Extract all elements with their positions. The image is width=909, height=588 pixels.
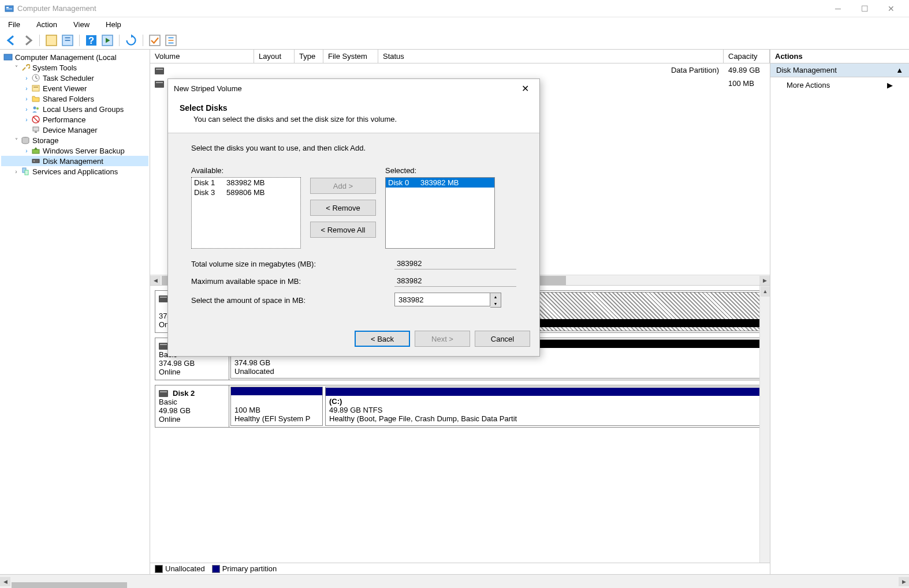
partition-label: (C:) bbox=[329, 397, 759, 406]
svg-rect-27 bbox=[32, 159, 39, 163]
tree-system-tools[interactable]: ˅ System Tools bbox=[1, 62, 148, 73]
tree-task-scheduler[interactable]: › Task Scheduler bbox=[1, 73, 148, 83]
menu-help[interactable]: Help bbox=[102, 19, 125, 30]
col-status[interactable]: Status bbox=[378, 50, 724, 63]
expand-icon[interactable]: › bbox=[12, 168, 21, 175]
back-button[interactable]: < Back bbox=[355, 331, 410, 347]
partition-efi[interactable]: 100 MB Healthy (EFI System P bbox=[230, 387, 323, 426]
tree-label: Task Scheduler bbox=[43, 74, 94, 83]
remove-all-button[interactable]: < Remove All bbox=[310, 222, 376, 238]
amount-spinner: ▲ ▼ bbox=[394, 293, 501, 308]
col-layout[interactable]: Layout bbox=[254, 50, 295, 63]
tree-ws-backup[interactable]: › Windows Server Backup bbox=[1, 145, 148, 156]
expand-icon[interactable]: › bbox=[22, 96, 31, 102]
check-button[interactable] bbox=[148, 33, 162, 47]
dialog-close-button[interactable]: ✕ bbox=[516, 80, 534, 96]
tree-label: Event Viewer bbox=[43, 84, 87, 93]
actions-more[interactable]: More Actions ▶ bbox=[770, 77, 909, 93]
selected-list[interactable]: Disk 0 383982 MB bbox=[385, 177, 495, 249]
action-button[interactable] bbox=[100, 33, 114, 47]
disk-vscroll[interactable]: ▲ bbox=[759, 286, 770, 563]
partition-state: Healthy (Boot, Page File, Crash Dump, Ba… bbox=[329, 414, 759, 423]
tools-icon bbox=[21, 63, 30, 72]
collapse-icon[interactable]: ˅ bbox=[12, 65, 21, 71]
partition-state: Healthy (EFI System P bbox=[234, 414, 319, 423]
tree-disk-management[interactable]: Disk Management bbox=[1, 156, 148, 166]
forward-button[interactable] bbox=[21, 33, 35, 47]
tree-performance[interactable]: › Performance bbox=[1, 114, 148, 125]
list-item[interactable]: Disk 0 383982 MB bbox=[386, 178, 494, 188]
maximize-button[interactable]: ☐ bbox=[851, 0, 878, 17]
scroll-up-icon[interactable]: ▲ bbox=[761, 286, 770, 297]
tree-shared-folders[interactable]: › Shared Folders bbox=[1, 93, 148, 104]
disk-info: Disk 2 Basic 49.98 GB Online bbox=[155, 385, 229, 427]
tree-local-users[interactable]: › Local Users and Groups bbox=[1, 104, 148, 114]
col-volume[interactable]: Volume bbox=[150, 50, 254, 63]
disk-row[interactable]: Disk 2 Basic 49.98 GB Online 100 MB Heal… bbox=[155, 385, 765, 428]
spin-down-button[interactable]: ▼ bbox=[490, 300, 501, 307]
show-hide-tree-button[interactable] bbox=[44, 33, 58, 47]
svg-rect-15 bbox=[4, 54, 12, 60]
disk-size: 49.98 GB bbox=[159, 406, 225, 415]
menu-view[interactable]: View bbox=[70, 19, 93, 30]
remove-button[interactable]: < Remove bbox=[310, 200, 376, 216]
cancel-button[interactable]: Cancel bbox=[475, 331, 530, 347]
close-button[interactable]: ✕ bbox=[878, 0, 904, 17]
volume-row[interactable]: Data Partition) 49.89 GB bbox=[150, 63, 770, 77]
actions-section[interactable]: Disk Management ▲ bbox=[770, 63, 909, 77]
back-button[interactable] bbox=[5, 33, 18, 47]
expand-icon[interactable]: › bbox=[22, 148, 31, 154]
scroll-right-icon[interactable]: ▶ bbox=[899, 577, 909, 586]
scroll-left-icon[interactable]: ◀ bbox=[150, 276, 161, 285]
tree-root[interactable]: Computer Management (Local bbox=[1, 52, 148, 62]
scroll-thumb[interactable] bbox=[12, 582, 127, 589]
list-item[interactable]: Disk 3 589806 MB bbox=[192, 188, 300, 197]
tree-services-apps[interactable]: › Services and Applications bbox=[1, 166, 148, 177]
collapse-icon: ▲ bbox=[896, 66, 903, 74]
col-capacity[interactable]: Capacity bbox=[724, 50, 770, 63]
legend: Unallocated Primary partition bbox=[150, 563, 770, 574]
amount-input[interactable] bbox=[394, 293, 490, 306]
refresh-button[interactable] bbox=[124, 33, 138, 47]
available-label: Available: bbox=[191, 166, 301, 175]
expand-icon[interactable]: › bbox=[22, 106, 31, 113]
total-label: Total volume size in megabytes (MB): bbox=[191, 260, 394, 268]
col-file-system[interactable]: File System bbox=[323, 50, 378, 63]
add-button[interactable]: Add > bbox=[310, 178, 376, 194]
list-item[interactable]: Disk 1 383982 MB bbox=[192, 178, 300, 188]
svg-rect-17 bbox=[32, 85, 39, 91]
expand-icon[interactable]: › bbox=[22, 85, 31, 92]
scroll-right-icon[interactable]: ▶ bbox=[759, 276, 770, 285]
tree-event-viewer[interactable]: › Event Viewer bbox=[1, 83, 148, 93]
tree-label: Performance bbox=[43, 115, 85, 124]
next-button[interactable]: Next > bbox=[415, 331, 470, 347]
spin-up-button[interactable]: ▲ bbox=[490, 293, 501, 300]
partition-c[interactable]: (C:) 49.89 GB NTFS Healthy (Boot, Page F… bbox=[325, 387, 763, 426]
actions-header: Actions bbox=[770, 50, 909, 63]
settings-button[interactable] bbox=[164, 33, 178, 47]
svg-rect-3 bbox=[46, 35, 57, 46]
menu-action[interactable]: Action bbox=[33, 19, 61, 30]
help-button[interactable]: ? bbox=[84, 33, 98, 47]
svg-rect-10 bbox=[150, 35, 160, 46]
expand-icon[interactable]: › bbox=[22, 117, 31, 123]
collapse-icon[interactable]: ˅ bbox=[12, 137, 21, 144]
disk-mgmt-icon bbox=[31, 156, 40, 166]
legend-swatch-black bbox=[155, 565, 163, 573]
minimize-button[interactable]: ─ bbox=[825, 0, 851, 17]
svg-rect-23 bbox=[33, 127, 39, 131]
disk-name: Disk 1 bbox=[194, 178, 226, 187]
legend-swatch-blue bbox=[212, 565, 220, 573]
bottom-scrollbar[interactable]: ◀ ▶ bbox=[0, 574, 909, 588]
svg-line-22 bbox=[33, 117, 39, 122]
tree-storage[interactable]: ˅ Storage bbox=[1, 135, 148, 145]
tree-device-manager[interactable]: Device Manager bbox=[1, 125, 148, 135]
disk-name: Disk 3 bbox=[194, 188, 226, 197]
expand-icon[interactable]: › bbox=[22, 75, 31, 81]
menu-file[interactable]: File bbox=[5, 19, 24, 30]
scroll-left-icon[interactable]: ◀ bbox=[0, 577, 10, 586]
legend-unallocated: Unallocated bbox=[155, 564, 205, 573]
available-list[interactable]: Disk 1 383982 MB Disk 3 589806 MB bbox=[191, 177, 301, 249]
properties-button[interactable] bbox=[61, 33, 74, 47]
col-type[interactable]: Type bbox=[295, 50, 323, 63]
